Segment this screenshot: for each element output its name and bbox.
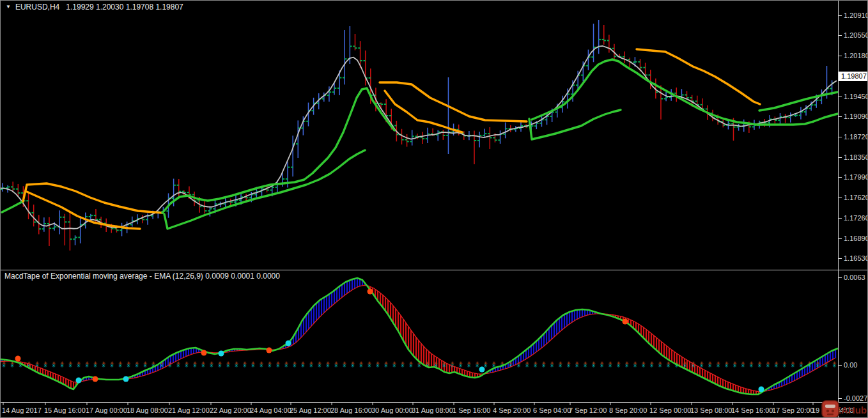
- time-tick-label: 1 Sep 16:00: [453, 406, 490, 414]
- time-tick-label: 30 Aug 00:00: [371, 406, 413, 414]
- time-tick-label: 7 Sep 12:00: [569, 406, 607, 414]
- dropdown-arrow-icon[interactable]: ▼: [6, 4, 11, 10]
- price-tick-label: 1.20910: [844, 12, 868, 19]
- price-tick-label: 1.16890: [844, 235, 868, 242]
- chart-canvas[interactable]: ✳✳✳✳✳✳✳✳✳✳✳✳✳✳✳✳✳✳✳✳✳✳✳✳✳✳✳✳✳✳✳✳✳✳✳✳✳✳✳✳…: [1, 1, 868, 418]
- time-tick-label: 4 Sep 20:00: [493, 406, 531, 414]
- price-tick-label: 1.16530: [844, 254, 868, 262]
- time-tick-label: 28 Aug 16:00: [330, 406, 372, 414]
- candles-layer: [1, 20, 834, 251]
- tape-line-orange: [637, 49, 760, 104]
- sell-signal-dot: [267, 348, 272, 353]
- buy-signal-dot: [479, 367, 485, 373]
- macd-pane[interactable]: ✳✳✳✳✳✳✳✳✳✳✳✳✳✳✳✳✳✳✳✳✳✳✳✳✳✳✳✳✳✳✳✳✳✳✳✳✳✳✳✳…: [1, 278, 838, 394]
- price-tick-label: 1.18720: [844, 133, 868, 141]
- price-tick-label: 1.17620: [844, 194, 868, 201]
- sell-signal-dot: [15, 356, 21, 362]
- indicator-label: MacdTape of Exponential moving average -…: [4, 272, 280, 281]
- time-tick-label: 31 Aug 08:00: [412, 406, 453, 414]
- tape-line-orange: [380, 82, 527, 121]
- indicator-tick-label: 0.00: [844, 361, 857, 369]
- chart-title: ▼EURUSD,H41.19929 1.20030 1.19708 1.1980…: [6, 3, 183, 12]
- eahub-logo-icon: [821, 400, 839, 418]
- sell-signal-dot: [201, 350, 207, 356]
- buy-signal-dot: [123, 376, 129, 382]
- tape-line-green: [759, 92, 838, 111]
- time-tick-label: 6 Sep 04:00: [533, 406, 571, 414]
- symbol-timeframe: EURUSD,H4: [15, 3, 59, 12]
- indicator-name: MacdTape of Exponential moving average -…: [4, 272, 203, 281]
- time-tick-label: 12 Sep 00:00: [649, 406, 691, 414]
- price-tick-label: 1.20550: [844, 31, 868, 39]
- time-tick-label: 24 Aug 04:00: [250, 406, 291, 414]
- buy-signal-dot: [76, 378, 82, 383]
- time-tick-label: 14 Aug 2017: [2, 406, 42, 414]
- current-price-label: 1.19807: [839, 72, 868, 81]
- tape-line-green: [2, 201, 23, 212]
- price-tick-label: 1.19090: [844, 112, 868, 120]
- indicator-values: 0.0009 0.0001 0.0000: [205, 272, 280, 281]
- buy-signal-dot: [219, 351, 224, 357]
- price-pane[interactable]: [1, 20, 838, 251]
- price-tick-label: 1.20180: [844, 52, 868, 59]
- price-tick-label: 1.19450: [844, 93, 868, 100]
- time-tick-label: 14 Sep 16:00: [731, 406, 773, 414]
- sell-signal-dot: [623, 319, 628, 325]
- sell-signal-dot: [93, 376, 98, 382]
- price-tick-label: 1.17990: [844, 173, 868, 181]
- time-tick-label: 17 Sep 20:00: [772, 406, 814, 414]
- time-tick-label: 25 Aug 12:00: [290, 406, 331, 414]
- time-tick-label: 13 Sep 08:00: [690, 406, 732, 414]
- time-tick-label: 8 Sep 20:00: [609, 406, 647, 414]
- price-tick-label: 1.17260: [844, 214, 868, 222]
- ohlc-values: 1.19929 1.20030 1.19708 1.19807: [66, 3, 183, 12]
- zero-line-lower: ✳✳✳✳✳✳✳✳✳✳✳✳✳✳✳✳✳✳✳✳✳✳✳✳✳✳✳✳✳✳✳✳✳✳✳✳✳✳✳✳…: [2, 363, 837, 369]
- eahub-watermark: EAHub: [821, 400, 867, 418]
- tape-line-orange: [23, 183, 162, 213]
- sell-signal-dot: [368, 289, 373, 295]
- tape-line-green: [162, 88, 394, 213]
- eahub-logo-text: EAHub: [835, 405, 867, 415]
- time-tick-label: 22 Aug 20:00: [210, 406, 251, 414]
- time-tick-label: 15 Aug 16:00: [44, 406, 86, 414]
- price-tick-label: 1.18350: [844, 153, 868, 161]
- time-tick-label: 21 Aug 12:00: [168, 406, 210, 414]
- buy-signal-dot: [286, 341, 291, 346]
- time-tick-label: 17 Aug 00:00: [86, 406, 127, 414]
- buy-signal-dot: [759, 387, 764, 392]
- time-tick-label: 18 Aug 08:00: [127, 406, 168, 414]
- indicator-tick-label: 0.0063: [844, 274, 865, 281]
- mt4-chart-window: ✳✳✳✳✳✳✳✳✳✳✳✳✳✳✳✳✳✳✳✳✳✳✳✳✳✳✳✳✳✳✳✳✳✳✳✳✳✳✳✳…: [0, 0, 868, 418]
